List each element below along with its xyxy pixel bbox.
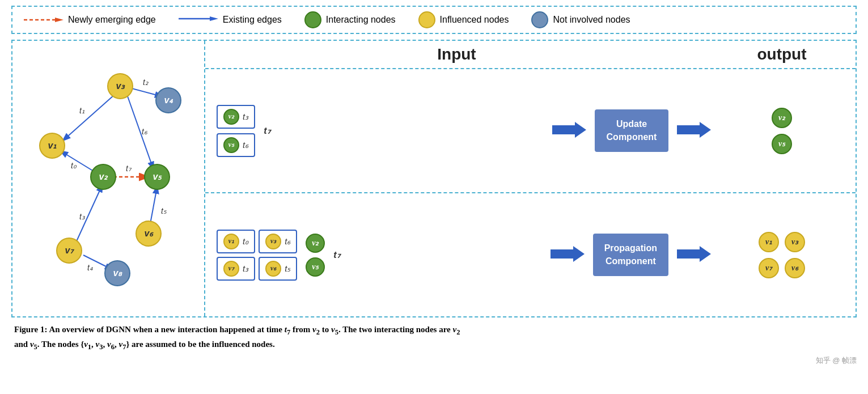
- caption-to: to: [320, 325, 331, 334]
- propagation-input-center: v₂ v₅: [306, 234, 325, 277]
- caption-nodes: . The nodes {: [37, 340, 84, 349]
- svg-text:t₅: t₅: [161, 206, 167, 215]
- caption-v5b: v: [30, 340, 34, 349]
- svg-text:t₀: t₀: [71, 161, 77, 170]
- update-input-boxes: v₂ t₃ v₅ t₆: [217, 105, 255, 157]
- v1-node-prop: v₁: [223, 234, 239, 249]
- v6-t5-box: v₆ t₅: [259, 257, 297, 281]
- svg-line-5: [63, 95, 115, 140]
- t5-label-prop: t₅: [285, 264, 290, 274]
- t0-label-prop: t₀: [243, 236, 248, 247]
- caption-from: from: [290, 325, 312, 334]
- interacting-label: Interacting nodes: [326, 15, 396, 25]
- legend-existing-edge: Existing edges: [179, 14, 282, 26]
- caption-and-v5: and: [14, 340, 30, 349]
- svg-marker-1: [55, 18, 63, 22]
- svg-text:v₃: v₃: [116, 81, 126, 91]
- io-rows: v₂ t₃ v₅ t₆ t₇: [205, 69, 856, 316]
- influenced-label: Influenced nodes: [440, 15, 509, 25]
- v1-output-node: v₁: [759, 232, 779, 252]
- v5-node-update: v₅: [223, 137, 239, 153]
- update-row: v₂ t₃ v₅ t₆ t₇: [205, 69, 856, 193]
- prop-output-arrow: [677, 244, 711, 266]
- caption-figure-label: Figure 1: An overview of DGNN when a new…: [14, 325, 285, 334]
- io-header: Input output: [205, 41, 856, 69]
- svg-text:v₅: v₅: [153, 172, 163, 181]
- svg-text:v₄: v₄: [164, 95, 174, 105]
- svg-text:v₈: v₈: [113, 268, 123, 278]
- v6-node-prop: v₆: [265, 261, 281, 277]
- t6-label-prop: t₆: [285, 236, 290, 247]
- svg-text:v₂: v₂: [99, 172, 109, 181]
- input-label: Input: [205, 45, 708, 63]
- svg-text:t₃: t₃: [79, 212, 86, 221]
- v5-center-node: v₅: [306, 257, 325, 277]
- v2-t3-box: v₂ t₃: [217, 105, 255, 129]
- v6-output-node: v₆: [785, 258, 805, 278]
- new-edge-line-icon: [24, 19, 63, 21]
- legend-influenced: Influenced nodes: [418, 11, 509, 28]
- right-panel: Input output v₂ t₃ v₅ t₆: [205, 41, 856, 316]
- caption-v5: v: [331, 325, 335, 334]
- output-label: output: [708, 45, 856, 63]
- caption-v6c: v: [107, 340, 111, 349]
- propagation-input-left: v₁ t₀ v₃ t₆ v₇ t₃: [217, 230, 297, 281]
- svg-text:t₂: t₂: [143, 78, 149, 87]
- svg-marker-37: [677, 122, 711, 138]
- v2-output-node: v₂: [772, 108, 792, 128]
- caption-assumed: } are assumed to be the influenced nodes…: [126, 340, 274, 349]
- svg-marker-38: [551, 246, 585, 262]
- t3-label: t₃: [243, 112, 248, 122]
- svg-line-6: [61, 151, 96, 173]
- v7-node-prop: v₇: [223, 261, 239, 277]
- t6-label: t₆: [243, 140, 248, 150]
- v2-center-node: v₂: [306, 234, 325, 253]
- legend-new-edge: Newly emerging edge: [24, 15, 156, 25]
- svg-marker-3: [210, 16, 218, 21]
- svg-text:t₁: t₁: [79, 106, 85, 115]
- v7-output-node: v₇: [759, 258, 779, 278]
- svg-text:v₁: v₁: [48, 141, 57, 150]
- propagation-row: v₁ t₀ v₃ t₆ v₇ t₃: [205, 193, 856, 316]
- not-involved-label: Not involved nodes: [553, 15, 630, 25]
- svg-text:t₆: t₆: [142, 127, 148, 136]
- v5-output-node: v₅: [772, 134, 792, 154]
- propagation-output-nodes: v₁ v₃ v₇ v₆: [719, 232, 844, 278]
- legend-interacting: Interacting nodes: [304, 11, 396, 28]
- v3-output-node: v₃: [785, 232, 805, 252]
- update-component-box: UpdateComponent: [595, 109, 668, 152]
- figure-caption: Figure 1: An overview of DGNN when a new…: [11, 323, 857, 353]
- v5-t6-box: v₅ t₆: [217, 133, 255, 157]
- t7-prop-label: t₇: [333, 249, 340, 260]
- graph-svg: v₃ v₄ v₁ v₂ v₅ v₆ v₇: [18, 46, 200, 296]
- update-arrow: [552, 120, 586, 142]
- caption-rest1: . The two interacting nodes are: [338, 325, 453, 334]
- t7-update-label: t₇: [264, 125, 270, 136]
- v7-t3-box: v₇ t₃: [217, 257, 255, 281]
- caption-v2: v: [312, 325, 316, 334]
- caption-comma1: ,: [91, 340, 96, 349]
- v3-t6-box: v₃ t₆: [259, 230, 297, 253]
- caption-v1c: v: [84, 340, 88, 349]
- new-edge-label: Newly emerging edge: [68, 15, 156, 25]
- svg-text:t₇: t₇: [126, 164, 132, 173]
- legend: Newly emerging edge Existing edges Inter…: [11, 6, 857, 34]
- update-output-nodes: v₂ v₅: [719, 108, 844, 154]
- update-output-arrow: [677, 120, 711, 142]
- legend-not-involved: Not involved nodes: [531, 11, 630, 28]
- influenced-node-icon: [418, 11, 435, 28]
- existing-edge-label: Existing edges: [223, 15, 282, 25]
- watermark: 知乎 @ 帧漂: [11, 355, 857, 366]
- main-container: Newly emerging edge Existing edges Inter…: [0, 0, 868, 371]
- v1-t0-box: v₁ t₀: [217, 230, 255, 253]
- svg-text:v₆: v₆: [145, 228, 154, 238]
- svg-text:t₄: t₄: [87, 263, 93, 272]
- v2-node-update: v₂: [223, 109, 239, 125]
- existing-edge-line-icon: [179, 14, 218, 26]
- caption-comma2: ,: [103, 340, 108, 349]
- svg-line-7: [127, 95, 153, 168]
- t3-label-prop: t₃: [243, 264, 248, 274]
- caption-v2b-sub: 2: [456, 328, 460, 336]
- left-graph-panel: v₃ v₄ v₁ v₂ v₅ v₆ v₇: [12, 41, 205, 316]
- v3-node-prop: v₃: [265, 234, 281, 249]
